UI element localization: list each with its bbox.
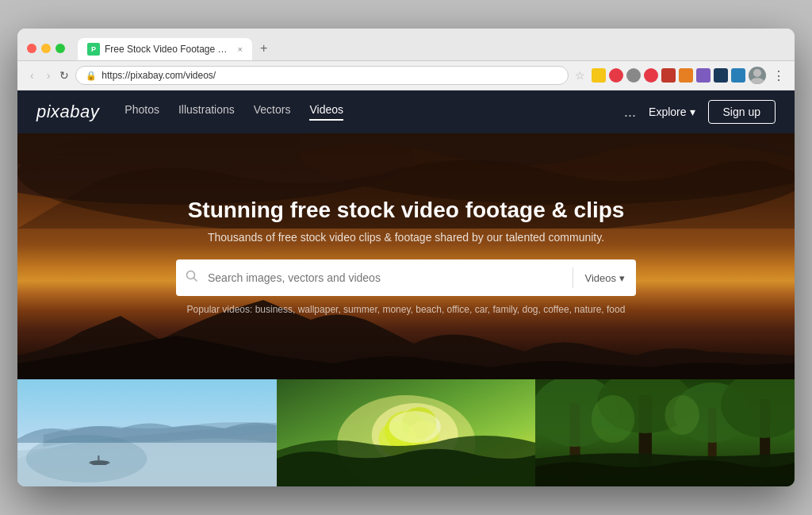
close-button[interactable] <box>27 44 36 53</box>
svg-point-18 <box>389 411 440 443</box>
url-text: https://pixabay.com/videos/ <box>102 70 216 81</box>
hero-section: Stunning free stock video footage & clip… <box>17 133 795 379</box>
ext-icon-6[interactable] <box>679 68 693 83</box>
explore-button[interactable]: Explore ▾ <box>649 106 695 118</box>
video-thumbnails <box>17 379 795 486</box>
back-button[interactable]: ‹ <box>27 67 37 83</box>
site-nav: pixabay Photos Illustrations Vectors Vid… <box>17 90 795 133</box>
lock-icon: 🔒 <box>86 71 97 81</box>
address-bar: ‹ › ↻ 🔒 https://pixabay.com/videos/ ☆ ⋮ <box>17 61 795 90</box>
thumbnail-2[interactable] <box>277 379 536 486</box>
tab-title: Free Stock Video Footage & V... <box>105 44 233 55</box>
title-bar: P Free Stock Video Footage & V... × + <box>17 29 795 61</box>
nav-right: ... Explore ▾ Sign up <box>624 100 776 124</box>
svg-point-0 <box>753 69 761 77</box>
popular-label: Popular videos: <box>187 304 253 315</box>
tab-close-button[interactable]: × <box>238 44 243 54</box>
browser-window: P Free Stock Video Footage & V... × + ‹ … <box>17 29 795 486</box>
hero-title: Stunning free stock video footage & clip… <box>176 198 636 223</box>
user-avatar[interactable] <box>749 67 766 84</box>
ext-icon-5[interactable] <box>661 68 676 83</box>
bookmark-icon[interactable]: ☆ <box>575 69 585 82</box>
nav-more-button[interactable]: ... <box>624 104 636 121</box>
search-type-dropdown[interactable]: Videos ▾ <box>573 272 636 284</box>
minimize-button[interactable] <box>41 44 51 53</box>
ext-icon-3[interactable] <box>626 68 641 83</box>
site-logo[interactable]: pixabay <box>36 102 99 122</box>
search-type-label: Videos <box>584 272 616 284</box>
active-tab[interactable]: P Free Stock Video Footage & V... × <box>78 38 252 60</box>
nav-links: Photos Illustrations Vectors Videos <box>124 103 624 121</box>
explore-label: Explore <box>649 106 686 118</box>
forward-button[interactable]: › <box>44 67 54 83</box>
traffic-lights <box>27 44 65 53</box>
tab-favicon: P <box>87 43 100 56</box>
ext-icon-4[interactable] <box>644 68 658 83</box>
nav-videos[interactable]: Videos <box>309 103 343 121</box>
svg-point-28 <box>592 395 634 443</box>
ext-icon-1[interactable] <box>592 68 606 83</box>
svg-line-6 <box>194 279 197 282</box>
toolbar-icons <box>592 67 766 84</box>
nav-vectors[interactable]: Vectors <box>254 103 291 121</box>
reload-button[interactable]: ↻ <box>59 69 69 82</box>
popular-tags-list: business, wallpaper, summer, money, beac… <box>255 304 626 315</box>
svg-point-1 <box>750 78 764 84</box>
nav-photos[interactable]: Photos <box>124 103 159 121</box>
tab-bar: P Free Stock Video Footage & V... × + <box>78 37 785 60</box>
ext-icon-2[interactable] <box>609 68 623 83</box>
search-input[interactable] <box>208 271 573 284</box>
more-options-button[interactable]: ⋮ <box>772 68 785 83</box>
explore-arrow-icon: ▾ <box>690 106 695 118</box>
ext-icon-9[interactable] <box>731 68 745 83</box>
search-container: Videos ▾ <box>176 259 636 296</box>
new-tab-button[interactable]: + <box>255 37 272 60</box>
svg-point-29 <box>665 395 700 435</box>
ext-icon-8[interactable] <box>714 68 728 83</box>
thumbnail-1[interactable] <box>17 379 277 486</box>
maximize-button[interactable] <box>56 44 65 53</box>
search-type-arrow: ▾ <box>619 272 625 284</box>
nav-illustrations[interactable]: Illustrations <box>178 103 235 121</box>
url-bar[interactable]: 🔒 https://pixabay.com/videos/ <box>75 66 569 85</box>
search-icon <box>176 270 208 286</box>
thumbnail-3[interactable] <box>535 379 795 486</box>
ext-icon-7[interactable] <box>696 68 710 83</box>
signup-button[interactable]: Sign up <box>708 100 776 124</box>
popular-tags: Popular videos: business, wallpaper, sum… <box>176 304 636 315</box>
hero-subtitle: Thousands of free stock video clips & fo… <box>176 231 636 244</box>
hero-content: Stunning free stock video footage & clip… <box>160 198 652 315</box>
